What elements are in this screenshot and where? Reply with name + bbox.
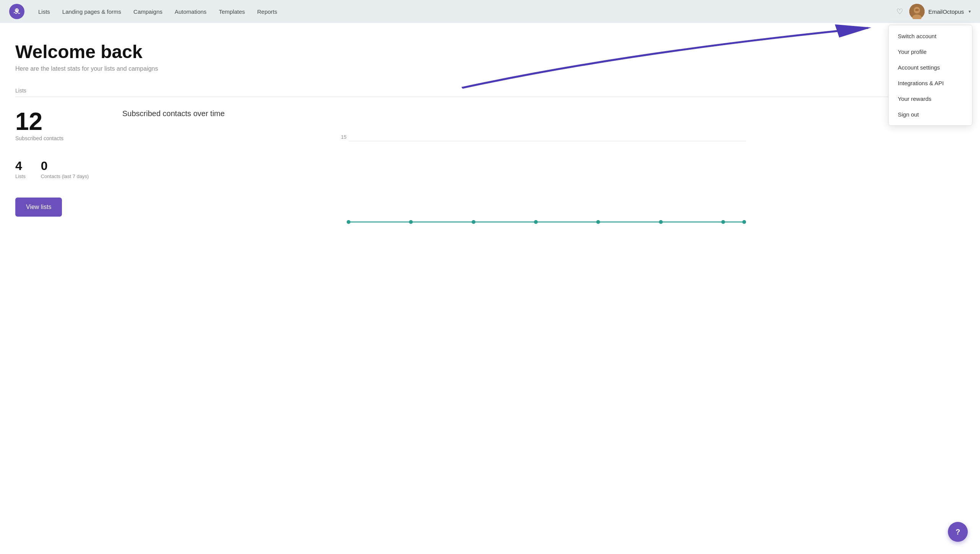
- chart-y-axis-label: 15: [341, 134, 346, 140]
- left-stats: 12 Subscribed contacts 4 Lists 0 Contact…: [15, 109, 122, 237]
- contacts-last7-label: Contacts (last 7 days): [41, 173, 89, 179]
- chart-point-2: [409, 220, 413, 224]
- nav-landing-pages[interactable]: Landing pages & forms: [58, 5, 126, 18]
- welcome-title: Welcome back: [15, 41, 965, 62]
- svg-point-2: [17, 10, 18, 10]
- nav-right: ♡ EmailOctopus ▾: [896, 4, 971, 19]
- heart-icon[interactable]: ♡: [896, 7, 903, 16]
- main-content: Welcome back Here are the latest stats f…: [0, 23, 980, 253]
- dropdown-your-profile[interactable]: Your profile: [889, 44, 972, 60]
- avatar: [909, 4, 925, 19]
- svg-point-0: [15, 8, 19, 12]
- nav-templates[interactable]: Templates: [214, 5, 249, 18]
- svg-point-1: [16, 10, 16, 10]
- lists-count-label: Lists: [15, 173, 26, 179]
- navbar: Lists Landing pages & forms Campaigns Au…: [0, 0, 980, 23]
- chart-point-8: [742, 220, 746, 224]
- chart-point-1: [347, 220, 350, 224]
- contacts-last7-stat: 0 Contacts (last 7 days): [41, 160, 89, 179]
- nav-lists[interactable]: Lists: [34, 5, 55, 18]
- subscribed-count: 12: [15, 109, 107, 134]
- dropdown-sign-out[interactable]: Sign out: [889, 107, 972, 122]
- chart-point-6: [659, 220, 663, 224]
- dropdown-switch-account[interactable]: Switch account: [889, 28, 972, 44]
- lists-stat: 4 Lists: [15, 160, 26, 179]
- dropdown-account-settings[interactable]: Account settings: [889, 60, 972, 75]
- nav-reports[interactable]: Reports: [253, 5, 282, 18]
- chart-header: Subscribed contacts over time Last 7 day…: [122, 109, 965, 118]
- welcome-subtitle: Here are the latest stats for your lists…: [15, 65, 965, 72]
- user-menu-trigger[interactable]: EmailOctopus ▾: [909, 4, 971, 19]
- view-lists-button[interactable]: View lists: [15, 198, 62, 217]
- dropdown-integrations-api[interactable]: Integrations & API: [889, 75, 972, 91]
- chart-svg-wrapper: 15: [122, 130, 965, 237]
- chart-title: Subscribed contacts over time: [122, 109, 225, 118]
- nav-links: Lists Landing pages & forms Campaigns Au…: [34, 5, 896, 18]
- chart-point-7: [721, 220, 725, 224]
- lists-section-label: Lists: [15, 87, 965, 97]
- user-chevron-icon: ▾: [969, 9, 971, 14]
- user-dropdown-menu: Switch account Your profile Account sett…: [888, 25, 972, 126]
- svg-point-7: [915, 9, 919, 11]
- chart-area: Subscribed contacts over time Last 7 day…: [122, 109, 965, 237]
- nav-automations[interactable]: Automations: [170, 5, 211, 18]
- chart-point-4: [534, 220, 538, 224]
- chart-point-5: [596, 220, 600, 224]
- chart-point-3: [472, 220, 475, 224]
- chart-svg: 15: [122, 130, 965, 237]
- username: EmailOctopus: [928, 8, 964, 15]
- lists-count-value: 4: [15, 160, 26, 172]
- dashboard-grid: 12 Subscribed contacts 4 Lists 0 Contact…: [15, 109, 965, 237]
- mini-stats: 4 Lists 0 Contacts (last 7 days): [15, 160, 107, 179]
- subscribed-label: Subscribed contacts: [15, 135, 107, 141]
- dropdown-your-rewards[interactable]: Your rewards: [889, 91, 972, 107]
- contacts-last7-value: 0: [41, 160, 89, 172]
- nav-campaigns[interactable]: Campaigns: [129, 5, 167, 18]
- logo[interactable]: [9, 4, 24, 19]
